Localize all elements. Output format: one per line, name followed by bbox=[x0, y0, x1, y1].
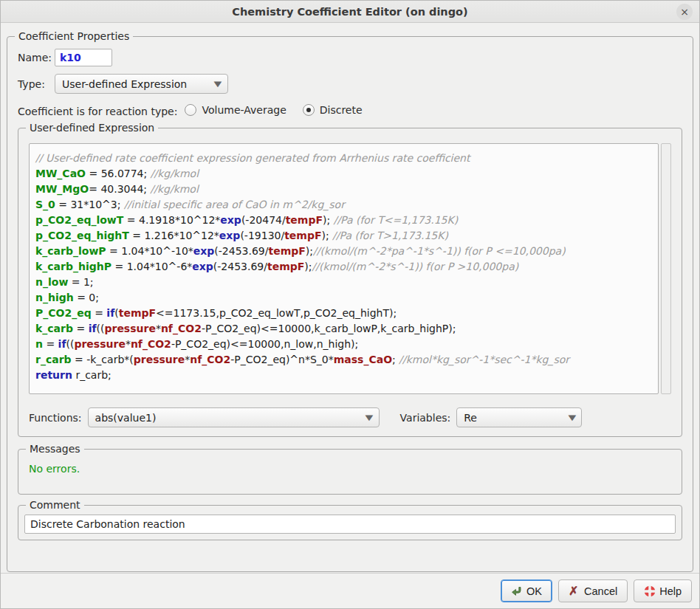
close-icon: × bbox=[680, 7, 689, 17]
expression-scrollbar[interactable] bbox=[661, 143, 671, 394]
window-titlebar: Chemistry Coefficient Editor (on dingo) … bbox=[1, 1, 699, 23]
code-line: P_CO2_eq = if(tempF<=1173.15,p_CO2_eq_lo… bbox=[35, 306, 652, 321]
reaction-type-options: Volume-AverageDiscrete bbox=[185, 104, 378, 119]
group-user-defined-expression: User-defined Expression // User-defined … bbox=[18, 128, 682, 437]
expression-editor[interactable]: // User-defined rate coefficient express… bbox=[29, 143, 659, 394]
code-line: p_CO2_eq_highT = 1.216*10^12*exp(-19130/… bbox=[35, 228, 652, 244]
ok-button[interactable]: OK bbox=[501, 579, 552, 602]
ok-arrow-icon bbox=[511, 585, 523, 597]
comment-input[interactable] bbox=[24, 515, 676, 534]
help-button[interactable]: Help bbox=[634, 579, 692, 602]
name-label: Name: bbox=[18, 52, 55, 63]
cancel-x-icon: ✗ bbox=[569, 585, 580, 597]
help-button-label: Help bbox=[659, 585, 682, 597]
user-defined-expression-legend: User-defined Expression bbox=[26, 121, 158, 134]
code-line: k_carb_highP = 1.04*10^-6*exp(-2453.69/t… bbox=[35, 259, 652, 275]
type-label: Type: bbox=[18, 78, 55, 90]
group-comment: Comment bbox=[18, 505, 682, 540]
cancel-button-label: Cancel bbox=[584, 585, 617, 597]
ok-button-label: OK bbox=[526, 585, 542, 597]
code-line: k_carb_lowP = 1.04*10^-10*exp(-2453.69/t… bbox=[35, 244, 652, 259]
code-line: n_low = 1; bbox=[35, 275, 652, 290]
group-coefficient-properties: Coefficient Properties Name: Type: User-… bbox=[7, 36, 693, 572]
code-line: k_carb = if((pressure*nf_CO2-P_CO2_eq)<=… bbox=[35, 321, 652, 337]
radio-label: Discrete bbox=[320, 104, 363, 116]
type-select[interactable]: User-defined Expression ▼ bbox=[55, 74, 228, 94]
code-line: p_CO2_eq_lowT = 4.1918*10^12*exp(-20474/… bbox=[35, 213, 652, 228]
functions-select-value: abs(value1) bbox=[95, 412, 157, 424]
radio-discrete[interactable]: Discrete bbox=[303, 104, 363, 116]
chevron-down-icon: ▼ bbox=[214, 80, 222, 88]
radio-circle-icon[interactable] bbox=[303, 104, 315, 116]
functions-label: Functions: bbox=[29, 412, 82, 424]
type-select-value: User-defined Expression bbox=[62, 78, 187, 90]
radio-circle-icon[interactable] bbox=[185, 104, 196, 116]
name-input[interactable] bbox=[55, 49, 112, 66]
variables-select-value: Re bbox=[464, 412, 477, 424]
coefficient-properties-legend: Coefficient Properties bbox=[15, 30, 133, 43]
radio-volume-average[interactable]: Volume-Average bbox=[185, 104, 286, 116]
variables-select[interactable]: Re ▼ bbox=[456, 407, 582, 427]
code-line: n_high = 0; bbox=[35, 290, 652, 306]
messages-legend: Messages bbox=[26, 442, 84, 455]
expression-editor-wrap: // User-defined rate coefficient express… bbox=[29, 143, 671, 394]
comment-legend: Comment bbox=[26, 498, 84, 512]
help-icon bbox=[644, 585, 656, 597]
cancel-button[interactable]: ✗ Cancel bbox=[558, 579, 628, 602]
name-row: Name: bbox=[18, 49, 682, 66]
close-button[interactable]: × bbox=[676, 4, 693, 20]
reaction-type-label: Coefficient is for reaction type: bbox=[18, 106, 177, 117]
window-title: Chemistry Coefficient Editor (on dingo) bbox=[232, 6, 467, 18]
variables-label: Variables: bbox=[400, 412, 451, 424]
reaction-type-row: Coefficient is for reaction type: Volume… bbox=[18, 104, 682, 119]
code-line: // User-defined rate coefficient express… bbox=[35, 151, 652, 166]
code-line: S_0 = 31*10^3; //initial specific area o… bbox=[35, 197, 652, 213]
dialog-footer: OK ✗ Cancel Help bbox=[1, 573, 699, 608]
type-row: Type: User-defined Expression ▼ bbox=[18, 74, 682, 94]
chevron-down-icon: ▼ bbox=[568, 413, 576, 422]
functions-variables-row: Functions: abs(value1) ▼ Variables: Re ▼ bbox=[29, 407, 671, 427]
code-line: MW_MgO= 40.3044; //kg/kmol bbox=[35, 182, 652, 197]
chemistry-coefficient-editor-dialog: Chemistry Coefficient Editor (on dingo) … bbox=[0, 0, 700, 609]
code-line: n = if((pressure*nf_CO2-P_CO2_eq)<=10000… bbox=[35, 337, 652, 352]
chevron-down-icon: ▼ bbox=[365, 413, 373, 422]
radio-label: Volume-Average bbox=[202, 104, 286, 116]
code-line: MW_CaO = 56.0774; //kg/kmol bbox=[35, 166, 652, 182]
messages-text: No errors. bbox=[29, 463, 671, 475]
group-messages: Messages No errors. bbox=[18, 449, 682, 495]
dialog-content: Coefficient Properties Name: Type: User-… bbox=[1, 23, 699, 573]
code-line: return r_carb; bbox=[35, 368, 652, 383]
code-line: r_carb = -k_carb*(pressure*nf_CO2-P_CO2_… bbox=[35, 352, 652, 368]
functions-select[interactable]: abs(value1) ▼ bbox=[88, 407, 380, 427]
